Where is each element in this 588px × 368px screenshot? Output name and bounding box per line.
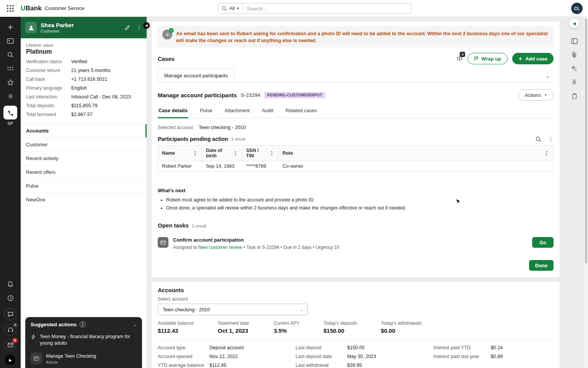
field-row: Customer tenure21 years 5 months xyxy=(26,68,141,73)
notification-icon: ✓ xyxy=(162,29,172,39)
cases-header-row: Cases 9 Wrap up Add case xyxy=(158,53,554,64)
search-person-icon[interactable] xyxy=(4,48,17,61)
left-rail-bottom: ✕ 0 ▶ xyxy=(4,278,17,368)
lifetime-value: Platinum xyxy=(26,48,141,55)
edit-customer-icon[interactable] xyxy=(125,25,130,30)
vertical-scrollbar[interactable] xyxy=(584,17,588,368)
field-value: +1 713 816 5021 xyxy=(71,77,107,82)
brand-logo: UBank xyxy=(21,5,42,12)
chat-icon[interactable] xyxy=(4,308,16,321)
nav-label: Pulse xyxy=(26,183,39,189)
go-button[interactable]: Go xyxy=(532,237,554,248)
tab-related-cases[interactable]: Related cases xyxy=(285,107,318,118)
cases-title: Cases xyxy=(158,56,175,62)
clipboard-icon[interactable] xyxy=(568,90,580,102)
bell-icon[interactable] xyxy=(4,278,17,291)
done-button[interactable]: Done xyxy=(529,260,554,271)
wrap-up-button[interactable]: Wrap up xyxy=(467,53,508,64)
add-case-button[interactable]: Add case xyxy=(512,53,554,64)
paperclip-icon[interactable] xyxy=(568,49,580,61)
field-label: Total borrowed xyxy=(26,112,71,117)
search-input[interactable] xyxy=(247,6,408,11)
column-kebab-icon[interactable]: ⋮ xyxy=(193,150,198,156)
field-row: Verification statusVerified xyxy=(26,59,141,64)
status-badge: PENDING-CUSTOMERINPUT xyxy=(264,92,325,98)
brand-rest: Bank xyxy=(25,5,41,12)
search-scope-select[interactable]: All xyxy=(229,6,235,11)
phone-session-label: SP xyxy=(7,121,13,126)
collapse-right-panel-icon[interactable]: ◀ xyxy=(569,18,579,28)
history-clock-icon[interactable] xyxy=(4,291,17,304)
table-row[interactable]: Robert Parker Sep 14, 1983 *****6789 Co-… xyxy=(158,161,554,172)
actions-button[interactable]: Actions ▼ xyxy=(518,89,554,101)
microphone-icon[interactable] xyxy=(568,77,580,88)
search-icon[interactable] xyxy=(536,136,541,142)
task-assignee-link[interactable]: New customer review xyxy=(198,245,242,250)
task-title: Confirm account participation xyxy=(173,237,339,243)
nav-item-recent-activity[interactable]: Recent activity xyxy=(21,152,147,165)
headset-status-badge: ✕ xyxy=(13,322,18,327)
card-icon[interactable] xyxy=(4,34,17,47)
field-label: Primary language xyxy=(26,85,71,91)
check-icon: ✓ xyxy=(169,28,174,33)
chevron-down-icon[interactable]: ⌄ xyxy=(133,322,137,327)
stat-todays-deposits: Today's deposits $150.00 xyxy=(323,321,381,334)
detail-label: YTD average balance xyxy=(158,363,209,368)
stat-value: $150.00 xyxy=(323,327,381,334)
main-content: ✓ An email has been sent to Robert askin… xyxy=(152,21,560,368)
mail-icon[interactable]: 0 xyxy=(4,339,16,351)
field-label: Verification status xyxy=(26,59,71,64)
accounts-title: Accounts xyxy=(158,287,554,293)
stat-label: Today's withdrawals xyxy=(381,321,442,326)
nav-label: Customer xyxy=(26,142,47,147)
suggested-actions-header[interactable]: Suggested actions 2 ⌄ xyxy=(25,317,142,331)
nav-item-recent-offers[interactable]: Recent offers xyxy=(21,165,147,179)
detail-label: Interest paid YTD xyxy=(433,345,491,350)
phone-active-icon[interactable] xyxy=(3,106,17,119)
nav-item-newone[interactable]: NewOne xyxy=(21,193,147,207)
suggested-action-item[interactable]: Manage Teen Checking Article xyxy=(25,349,142,368)
tab-pulse[interactable]: Pulse xyxy=(199,107,213,118)
nav-item-pulse[interactable]: Pulse xyxy=(21,179,147,193)
dots-grid-icon[interactable] xyxy=(4,62,17,75)
case-tabs: Case details Pulse Attachment Audit Rela… xyxy=(158,107,554,118)
account-select[interactable]: Teen checking - 2010 ⌄ xyxy=(158,304,308,315)
expand-rail-icon[interactable]: ▶ xyxy=(5,355,15,365)
participants-kebab-icon[interactable]: ⋮ xyxy=(548,136,554,142)
user-avatar[interactable]: CL xyxy=(571,3,583,14)
gear-icon[interactable] xyxy=(4,90,17,103)
divider xyxy=(158,340,554,340)
field-label: Last interaction xyxy=(26,94,71,100)
star-icon[interactable] xyxy=(4,76,17,89)
column-kebab-icon[interactable]: ⋮ xyxy=(269,150,274,156)
detail-row: Last deposit dateMay 30, 2023 xyxy=(296,354,433,359)
sparkles-icon[interactable] xyxy=(568,63,580,74)
suggested-action-item[interactable]: Teen Money - financial literacy program … xyxy=(25,331,142,349)
column-kebab-icon[interactable]: ⋮ xyxy=(544,150,549,156)
nav-item-customer[interactable]: Customer xyxy=(21,138,147,152)
headset-icon[interactable]: ✕ xyxy=(4,324,16,336)
equalizer-icon[interactable]: 9 xyxy=(457,56,463,62)
customer-menu-kebab-icon[interactable]: ⋮ xyxy=(136,24,142,31)
global-search[interactable]: All ▼ xyxy=(218,3,412,14)
suggested-actions-count-badge: 2 xyxy=(80,321,86,327)
nav-item-accounts[interactable]: Accounts xyxy=(21,124,147,138)
panel-layout-icon[interactable] xyxy=(568,35,580,47)
app-launcher-icon[interactable] xyxy=(0,5,21,12)
tab-audit[interactable]: Audit xyxy=(261,107,274,118)
tab-case-details[interactable]: Case details xyxy=(158,107,188,118)
cell-ssn: *****6789 xyxy=(242,161,279,172)
case-accordion-tab[interactable]: Manage account participants xyxy=(158,69,234,82)
detail-label: Interest paid last year xyxy=(433,354,491,359)
column-kebab-icon[interactable]: ⋮ xyxy=(233,150,238,156)
scrollbar-thumb[interactable] xyxy=(585,18,587,263)
add-icon[interactable] xyxy=(4,21,17,34)
field-row: Total deposits$115,855.79 xyxy=(26,103,141,108)
chevron-down-icon[interactable]: ⌄ xyxy=(542,73,554,82)
cell-role: Co-owner xyxy=(279,161,554,172)
open-tasks-title: Open tasks xyxy=(158,222,189,229)
tab-attachment[interactable]: Attachment xyxy=(224,107,250,118)
stat-value: Oct 1, 2023 xyxy=(218,327,274,334)
participants-result-count: 1 result xyxy=(231,137,246,141)
collapse-panel-icon[interactable]: ◀ xyxy=(143,22,150,29)
